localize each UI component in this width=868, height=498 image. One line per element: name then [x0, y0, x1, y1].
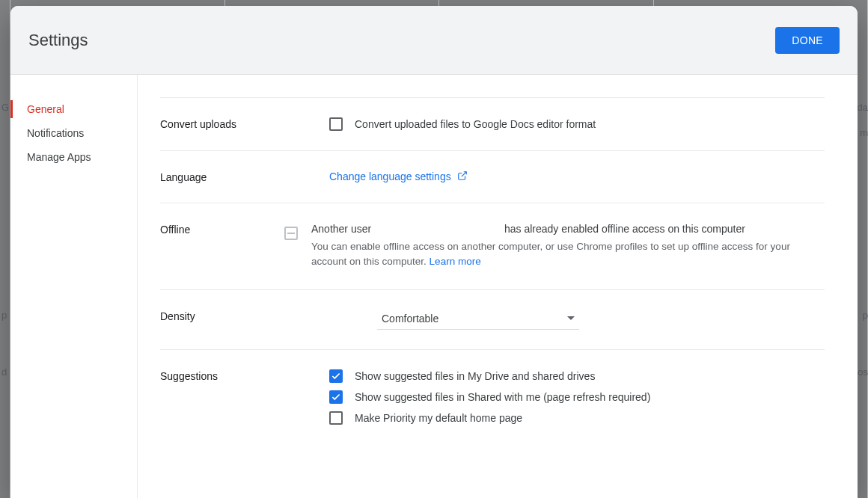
offline-learn-more-link[interactable]: Learn more [430, 256, 481, 267]
suggest-my-drive-checkbox[interactable] [329, 369, 343, 383]
convert-uploads-checkbox[interactable] [329, 117, 343, 131]
bg-hint: da [858, 102, 868, 113]
sidebar-item-label: General [27, 103, 64, 115]
bg-hint: p [863, 310, 868, 321]
chevron-down-icon [567, 316, 575, 320]
settings-modal: Settings DONE General Notifications Mana… [10, 6, 858, 498]
section-language: Language Change language settings [160, 150, 825, 203]
offline-status-text: Another user has already enabled offline… [311, 223, 825, 235]
bg-hint: d [1, 366, 7, 378]
sidebar-item-notifications[interactable]: Notifications [10, 121, 137, 145]
modal-header: Settings DONE [10, 6, 858, 75]
section-label: Language [160, 170, 302, 183]
sidebar-item-manage-apps[interactable]: Manage Apps [10, 145, 137, 169]
section-convert-uploads: Convert uploads Convert uploaded files t… [160, 97, 825, 150]
offline-checkbox[interactable] [284, 227, 298, 240]
convert-uploads-option-label: Convert uploaded files to Google Docs ed… [355, 118, 596, 130]
check-icon [331, 392, 341, 402]
done-button[interactable]: DONE [775, 27, 840, 54]
section-label: Convert uploads [160, 117, 302, 131]
section-label: Offline [160, 223, 284, 270]
suggest-option-label: Show suggested files in Shared with me (… [355, 391, 650, 403]
sidebar-item-label: Manage Apps [27, 151, 91, 163]
bg-hint: os [858, 366, 868, 378]
bg-hint: m [860, 127, 868, 138]
open-in-new-icon [457, 170, 468, 181]
offline-help-text: You can enable offline access on another… [311, 239, 825, 270]
sidebar-item-general[interactable]: General [10, 97, 137, 121]
density-dropdown[interactable]: Comfortable [377, 310, 579, 330]
priority-default-checkbox[interactable] [329, 411, 343, 425]
suggest-option-label: Show suggested files in My Drive and sha… [355, 370, 595, 382]
modal-title: Settings [28, 31, 88, 50]
settings-content: Convert uploads Convert uploaded files t… [138, 75, 858, 498]
svg-line-0 [461, 172, 465, 176]
section-offline: Offline Another user has already enabled… [160, 203, 825, 289]
suggest-shared-with-me-checkbox[interactable] [329, 390, 343, 404]
link-text: Change language settings [329, 170, 451, 182]
density-value: Comfortable [382, 313, 438, 325]
suggest-option-label: Make Priority my default home page [355, 412, 522, 424]
settings-sidebar: General Notifications Manage Apps [10, 75, 138, 498]
change-language-link[interactable]: Change language settings [329, 170, 468, 182]
bg-hint: p [1, 310, 7, 321]
sidebar-item-label: Notifications [27, 127, 84, 139]
section-label: Suggestions [160, 369, 302, 425]
section-density: Density Comfortable [160, 289, 825, 349]
check-icon [331, 371, 341, 381]
section-suggestions: Suggestions Show suggested files in My D… [160, 349, 825, 444]
section-label: Density [160, 310, 302, 330]
bg-hint: G [1, 102, 9, 113]
